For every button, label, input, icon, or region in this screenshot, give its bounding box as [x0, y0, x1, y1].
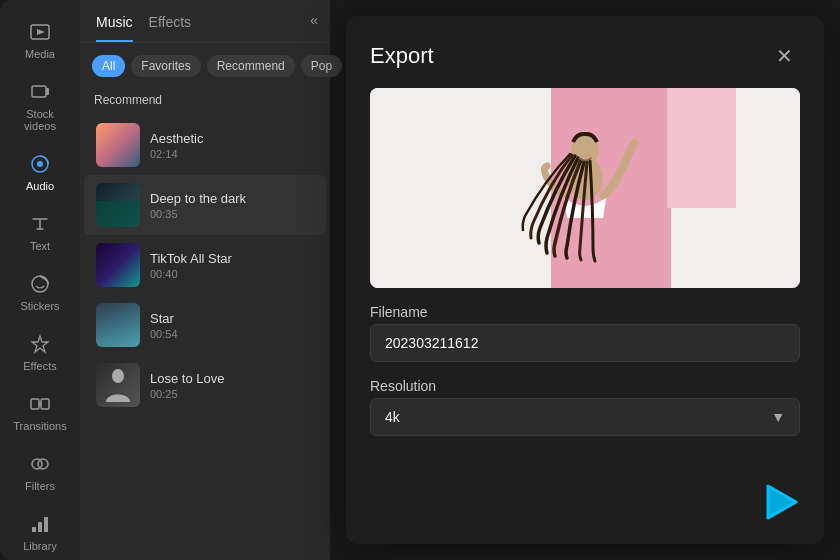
preview-figure — [370, 88, 800, 288]
sidebar-item-transitions[interactable]: Transitions — [6, 384, 74, 440]
preview-person-svg — [495, 98, 675, 278]
svg-point-6 — [32, 276, 48, 292]
svg-marker-18 — [768, 486, 796, 518]
filter-favorites[interactable]: Favorites — [131, 55, 200, 77]
export-preview — [370, 88, 800, 288]
music-item-star[interactable]: Star 00:54 — [84, 295, 326, 355]
export-title: Export — [370, 43, 434, 69]
sidebar-item-label-transitions: Transitions — [13, 420, 66, 432]
stock-icon — [28, 80, 52, 104]
filename-input[interactable] — [370, 324, 800, 362]
music-item-tiktok[interactable]: TikTok All Star 00:40 — [84, 235, 326, 295]
sidebar-item-stickers[interactable]: Stickers — [6, 264, 74, 320]
sidebar-item-label-effects: Effects — [23, 360, 56, 372]
music-info-aesthetic: Aesthetic 02:14 — [150, 131, 314, 160]
export-panel: Export ✕ — [346, 16, 824, 544]
music-thumb-aesthetic — [96, 123, 140, 167]
music-duration-aesthetic: 02:14 — [150, 148, 314, 160]
music-title-dark: Deep to the dark — [150, 191, 314, 206]
music-duration-lose: 00:25 — [150, 388, 314, 400]
sidebar-item-text[interactable]: Text — [6, 204, 74, 260]
sidebar: Media Stock videos Audio — [0, 0, 80, 560]
chevron-down-icon: ▼ — [771, 409, 785, 425]
sidebar-item-label-audio: Audio — [26, 180, 54, 192]
music-title-tiktok: TikTok All Star — [150, 251, 314, 266]
filename-label: Filename — [370, 304, 800, 320]
music-duration-tiktok: 00:40 — [150, 268, 314, 280]
music-title-aesthetic: Aesthetic — [150, 131, 314, 146]
section-recommend-label: Recommend — [80, 89, 330, 115]
panel-collapse-button[interactable]: « — [310, 12, 318, 28]
library-icon — [28, 512, 52, 536]
music-panel: Music Effects « All Favorites Recommend … — [80, 0, 330, 560]
sidebar-item-label-filters: Filters — [25, 480, 55, 492]
svg-rect-2 — [32, 86, 46, 97]
music-info-tiktok: TikTok All Star 00:40 — [150, 251, 314, 280]
filter-pop[interactable]: Pop — [301, 55, 342, 77]
text-icon — [28, 212, 52, 236]
music-title-lose: Lose to Love — [150, 371, 314, 386]
music-list: Aesthetic 02:14 Deep to the dark 00:35 T… — [80, 115, 330, 560]
resolution-section: Resolution 4k ▼ — [370, 378, 800, 436]
app-container: Media Stock videos Audio — [0, 0, 840, 560]
sidebar-item-audio[interactable]: Audio — [6, 144, 74, 200]
music-duration-dark: 00:35 — [150, 208, 314, 220]
audio-icon — [28, 152, 52, 176]
svg-point-5 — [37, 161, 43, 167]
sidebar-item-label-library: Library — [23, 540, 57, 552]
svg-rect-12 — [32, 527, 36, 532]
sidebar-item-label-stock: Stock videos — [16, 108, 64, 132]
svg-rect-8 — [31, 399, 39, 409]
music-thumb-star — [96, 303, 140, 347]
resolution-value: 4k — [385, 409, 400, 425]
resolution-select[interactable]: 4k ▼ — [370, 398, 800, 436]
svg-point-15 — [112, 369, 124, 383]
preview-pink-strip2 — [667, 88, 736, 208]
svg-marker-1 — [37, 29, 45, 35]
music-thumb-tiktok — [96, 243, 140, 287]
music-info-lose: Lose to Love 00:25 — [150, 371, 314, 400]
sidebar-item-label-text: Text — [30, 240, 50, 252]
music-thumb-dark — [96, 183, 140, 227]
resolution-label: Resolution — [370, 378, 800, 394]
media-icon — [28, 20, 52, 44]
transitions-icon — [28, 392, 52, 416]
music-info-dark: Deep to the dark 00:35 — [150, 191, 314, 220]
svg-marker-7 — [32, 336, 48, 352]
svg-rect-14 — [44, 517, 48, 532]
tab-effects[interactable]: Effects — [149, 14, 192, 42]
filters-icon — [28, 452, 52, 476]
music-item-dark[interactable]: Deep to the dark 00:35 — [84, 175, 326, 235]
sidebar-item-library[interactable]: Library — [6, 504, 74, 560]
filter-bar: All Favorites Recommend Pop ▼ — [80, 43, 330, 89]
music-thumb-lose — [96, 363, 140, 407]
music-item-lose[interactable]: Lose to Love 00:25 — [84, 355, 326, 415]
sidebar-item-stock-videos[interactable]: Stock videos — [6, 72, 74, 140]
play-cursor-icon — [764, 484, 800, 520]
sidebar-item-effects[interactable]: Effects — [6, 324, 74, 380]
svg-point-11 — [38, 459, 48, 469]
music-info-star: Star 00:54 — [150, 311, 314, 340]
music-duration-star: 00:54 — [150, 328, 314, 340]
sidebar-item-label-media: Media — [25, 48, 55, 60]
svg-rect-9 — [41, 399, 49, 409]
sidebar-item-media[interactable]: Media — [6, 12, 74, 68]
export-close-button[interactable]: ✕ — [768, 40, 800, 72]
filename-section: Filename — [370, 304, 800, 362]
sidebar-item-filters[interactable]: Filters — [6, 444, 74, 500]
filter-all[interactable]: All — [92, 55, 125, 77]
music-title-star: Star — [150, 311, 314, 326]
tab-music[interactable]: Music — [96, 14, 133, 42]
filter-recommend[interactable]: Recommend — [207, 55, 295, 77]
effects-icon — [28, 332, 52, 356]
panel-tabs: Music Effects « — [80, 0, 330, 43]
svg-rect-13 — [38, 522, 42, 532]
stickers-icon — [28, 272, 52, 296]
svg-rect-3 — [46, 88, 49, 95]
sidebar-item-label-stickers: Stickers — [20, 300, 59, 312]
music-item-aesthetic[interactable]: Aesthetic 02:14 — [84, 115, 326, 175]
export-header: Export ✕ — [370, 40, 800, 72]
